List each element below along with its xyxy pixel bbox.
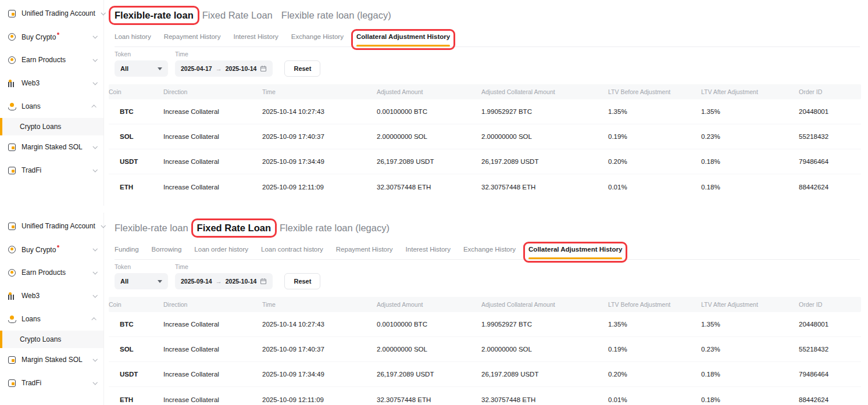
- cell-time: 2025-10-14 10:27:43: [262, 108, 377, 115]
- token-select[interactable]: All: [115, 60, 168, 77]
- column-header: Order ID: [799, 88, 861, 95]
- sub-tab[interactable]: Loan history: [115, 33, 151, 46]
- reset-button[interactable]: Reset: [284, 60, 320, 77]
- sub-tab-label: Funding: [115, 246, 139, 253]
- cell-ltv-before-adjustment: 0.20%: [608, 371, 701, 378]
- sidebar-item-crypto-loans[interactable]: Crypto Loans: [0, 331, 103, 348]
- sidebar-item-tradfi[interactable]: TradFi: [0, 371, 103, 395]
- history-tabs: Funding Borrowing Loan order history Loa…: [115, 246, 860, 260]
- margin-staked-sol-icon: [8, 356, 16, 364]
- chevron-down-icon: [92, 380, 97, 385]
- reset-button[interactable]: Reset: [284, 273, 320, 289]
- main-tab[interactable]: Flexible rate loan (legacy): [281, 10, 391, 21]
- date-range-input[interactable]: 2025-04-17 → 2025-10-14: [175, 60, 273, 77]
- token-label: Token: [115, 51, 168, 58]
- cell-direction: Increase Collateral: [163, 133, 262, 140]
- sub-tab-label: Collateral Adjustment History: [528, 246, 622, 253]
- sidebar-item-unified-trading-account[interactable]: Unified Trading Account: [0, 214, 103, 238]
- sidebar-item-label: Loans: [22, 102, 87, 110]
- sidebar-item-margin-staked-sol[interactable]: Margin Staked SOL: [0, 135, 103, 159]
- sidebar-item-loans[interactable]: Loans: [0, 307, 103, 331]
- loan-type-tabs: Flexible-rate loan Fixed Rate Loan Flexi…: [115, 220, 860, 236]
- chevron-down-icon: [92, 293, 97, 298]
- sidebar: Unified Trading Account Buy Crypto Earn …: [0, 0, 104, 206]
- sidebar-nav: Unified Trading Account Buy Crypto Earn …: [0, 0, 103, 182]
- main-tab[interactable]: Fixed Rate Loan: [202, 10, 273, 21]
- token-select[interactable]: All: [115, 273, 168, 289]
- sub-tab-label: Exchange History: [463, 246, 516, 253]
- token-select-value: All: [120, 65, 128, 72]
- sub-tab[interactable]: Exchange History: [291, 33, 344, 46]
- sub-tab-label: Loan order history: [194, 246, 248, 253]
- fixed-rate-loan-panel: Unified Trading Account Buy Crypto Earn …: [0, 213, 868, 405]
- time-filter-group: Time 2025-09-14 → 2025-10-14: [175, 263, 273, 289]
- cell-ltv-before-adjustment: 1.35%: [608, 321, 701, 328]
- cell-time: 2025-10-09 12:11:09: [262, 396, 377, 403]
- sub-tab[interactable]: Repayment History: [164, 33, 221, 46]
- column-header: Time: [262, 88, 377, 95]
- sub-tab-label: Repayment History: [164, 33, 221, 40]
- cell-time: 2025-10-09 12:11:09: [262, 184, 377, 191]
- main-tab[interactable]: Flexible-rate loan: [115, 10, 194, 21]
- table-header-row: Coin Direction Time Adjusted Amount Adju…: [109, 84, 861, 99]
- sidebar-item-loans[interactable]: Loans: [0, 95, 103, 118]
- main-tab-label: Fixed Rate Loan: [202, 10, 273, 20]
- column-header: Adjusted Collateral Amount: [481, 88, 608, 95]
- sidebar-item-unified-trading-account[interactable]: Unified Trading Account: [0, 2, 103, 25]
- sidebar-item-label: Crypto Loans: [20, 123, 97, 131]
- sidebar-item-label: Margin Staked SOL: [22, 356, 87, 364]
- sidebar-item-buy-crypto[interactable]: Buy Crypto: [0, 238, 103, 261]
- sub-tab[interactable]: Interest History: [233, 33, 278, 46]
- sub-tab-label: Loan history: [115, 33, 151, 40]
- sidebar-item-crypto-loans[interactable]: Crypto Loans: [0, 118, 103, 135]
- cell-adjusted-amount: 26,197.2089 USDT: [377, 158, 481, 165]
- sub-tab[interactable]: Collateral Adjustment History: [528, 246, 622, 259]
- cell-time: 2025-10-09 17:34:49: [262, 158, 377, 165]
- time-filter-group: Time 2025-04-17 → 2025-10-14: [175, 51, 273, 77]
- sidebar-item-label: Web3: [22, 292, 87, 300]
- main-tab[interactable]: Flexible-rate loan: [115, 223, 188, 234]
- cell-time: 2025-10-09 17:40:37: [262, 133, 377, 140]
- sidebar-item-buy-crypto[interactable]: Buy Crypto: [0, 25, 103, 48]
- sidebar-nav: Unified Trading Account Buy Crypto Earn …: [0, 213, 103, 395]
- chevron-down-icon: [92, 57, 97, 62]
- table-row: SOL Increase Collateral 2025-10-09 17:40…: [109, 337, 861, 362]
- calendar-icon: [260, 65, 267, 72]
- tradfi-icon: [8, 379, 16, 387]
- sidebar-item-web3[interactable]: Web3: [0, 71, 103, 95]
- sub-tab[interactable]: Funding: [115, 246, 139, 259]
- sidebar-item-margin-staked-sol[interactable]: Margin Staked SOL: [0, 348, 103, 371]
- table-header-row: Coin Direction Time Adjusted Amount Adju…: [109, 297, 861, 312]
- chevron-down-icon: [91, 105, 96, 109]
- sidebar-item-label: Unified Trading Account: [22, 222, 95, 230]
- sub-tab[interactable]: Loan contract history: [261, 246, 323, 259]
- chevron-down-icon: [92, 270, 97, 274]
- main-tab[interactable]: Flexible rate loan (legacy): [280, 223, 390, 234]
- sub-tab[interactable]: Collateral Adjustment History: [356, 33, 450, 46]
- date-range-input[interactable]: 2025-09-14 → 2025-10-14: [175, 273, 273, 289]
- column-header: Coin: [109, 88, 163, 95]
- cell-order-id: 55218432: [799, 133, 861, 140]
- sub-tab[interactable]: Repayment History: [336, 246, 393, 259]
- sub-tab[interactable]: Borrowing: [152, 246, 182, 259]
- cell-direction: Increase Collateral: [163, 108, 262, 115]
- main-tab[interactable]: Fixed Rate Loan: [197, 223, 271, 234]
- sub-tab[interactable]: Loan order history: [194, 246, 248, 259]
- sidebar-item-earn-products[interactable]: Earn Products: [0, 261, 103, 284]
- sidebar-item-web3[interactable]: Web3: [0, 284, 103, 307]
- sub-tab[interactable]: Interest History: [406, 246, 451, 259]
- cell-direction: Increase Collateral: [163, 346, 262, 353]
- sub-tab[interactable]: Exchange History: [463, 246, 516, 259]
- cell-adjusted-amount: 0.00100000 BTC: [377, 108, 481, 115]
- column-header: LTV After Adjustment: [701, 88, 799, 95]
- cell-ltv-before-adjustment: 1.35%: [608, 108, 701, 115]
- buy-crypto-icon: [8, 246, 16, 253]
- column-header: Time: [262, 301, 377, 308]
- cell-direction: Increase Collateral: [163, 158, 262, 165]
- cell-order-id: 55218432: [799, 346, 861, 353]
- sidebar-item-tradfi[interactable]: TradFi: [0, 159, 103, 182]
- chevron-down-icon: [92, 167, 97, 172]
- sidebar-item-earn-products[interactable]: Earn Products: [0, 48, 103, 71]
- cell-adjusted-amount: 32.30757448 ETH: [377, 184, 481, 191]
- collateral-adjustment-table: Coin Direction Time Adjusted Amount Adju…: [109, 297, 861, 405]
